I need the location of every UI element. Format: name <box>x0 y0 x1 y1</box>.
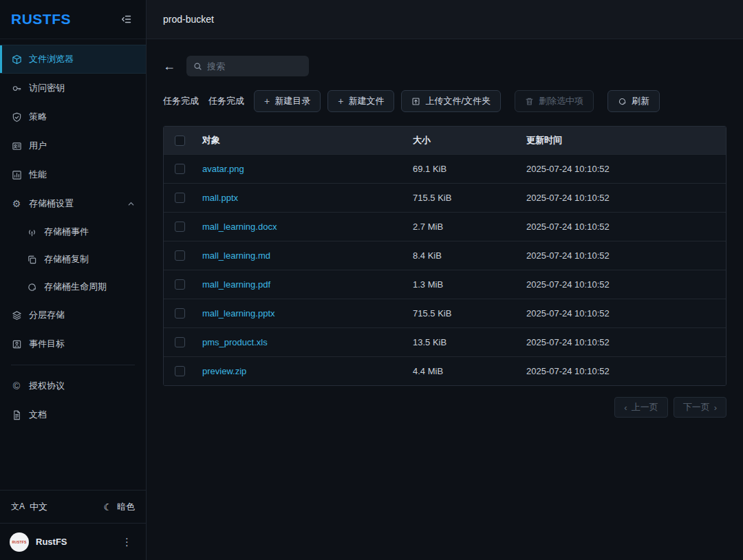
sidebar-item-label: 分层存储 <box>29 309 65 321</box>
object-size: 69.1 KiB <box>406 164 519 174</box>
avatar: RUSTFS <box>10 532 29 552</box>
sidebar-item-users[interactable]: 用户 <box>0 131 146 160</box>
row-checkbox[interactable] <box>175 222 185 232</box>
search-icon <box>193 62 202 71</box>
search-box[interactable] <box>186 56 309 76</box>
sidebar-item-docs[interactable]: 文档 <box>0 400 146 429</box>
document-icon <box>11 409 22 420</box>
object-updated: 2025-07-24 10:10:52 <box>519 164 726 174</box>
browse-row: ← <box>163 56 726 76</box>
sidebar-collapse-icon[interactable] <box>118 11 135 28</box>
sidebar-item-policies[interactable]: 策略 <box>0 103 146 131</box>
sidebar-item-label: 存储桶复制 <box>44 253 89 266</box>
sidebar: RUSTFS 文件浏览器 访问密钥 <box>0 0 147 560</box>
topbar: prod-bucket <box>147 0 743 39</box>
profile-menu-icon[interactable]: ⋮ <box>118 535 136 550</box>
row-checkbox[interactable] <box>175 337 185 347</box>
table-row: pms_product.xls 13.5 KiB 2025-07-24 10:1… <box>164 327 726 356</box>
content: ← 任务完成 任务完成 + 新建目录 + 新建文件 <box>147 39 743 434</box>
profile-row[interactable]: RUSTFS RustFS ⋮ <box>0 523 146 560</box>
main-area: prod-bucket ← 任务完成 任务完成 + 新建目录 + 新建文件 <box>147 0 743 560</box>
sidebar-item-label: 存储桶设置 <box>29 197 74 210</box>
new-file-button[interactable]: + 新建文件 <box>327 90 394 112</box>
object-size: 13.5 KiB <box>406 337 519 347</box>
object-name-link[interactable]: mall_learning.md <box>202 250 270 261</box>
shield-icon <box>11 111 22 122</box>
sidebar-header: RUSTFS <box>0 0 146 39</box>
sidebar-item-bucket-events[interactable]: 存储桶事件 <box>0 218 146 246</box>
app-logo: RUSTFS <box>11 11 71 28</box>
language-switcher[interactable]: 文A 中文 <box>11 501 47 513</box>
row-checkbox[interactable] <box>175 366 185 376</box>
prev-page-label: 上一页 <box>632 401 658 413</box>
sidebar-nav: 文件浏览器 访问密钥 策略 用户 <box>0 39 146 490</box>
next-page-button[interactable]: 下一页 › <box>674 397 726 418</box>
sidebar-item-label: 性能 <box>29 169 47 181</box>
sidebar-item-performance[interactable]: 性能 <box>0 160 146 189</box>
sidebar-item-label: 策略 <box>29 111 47 123</box>
toolbar: 任务完成 任务完成 + 新建目录 + 新建文件 上传文件/文件夹 <box>163 90 726 112</box>
object-name-link[interactable]: mall.pptx <box>202 193 238 203</box>
row-checkbox[interactable] <box>175 308 185 319</box>
sidebar-item-label: 文件浏览器 <box>29 53 74 65</box>
object-updated: 2025-07-24 10:10:52 <box>519 222 726 232</box>
search-input[interactable] <box>207 61 302 72</box>
sidebar-item-bucket-replication[interactable]: 存储桶复制 <box>0 246 146 273</box>
column-header-object: 对象 <box>195 134 406 147</box>
sidebar-item-label: 存储桶事件 <box>44 226 89 238</box>
object-updated: 2025-07-24 10:10:52 <box>519 366 726 376</box>
chevron-up-icon <box>127 200 135 208</box>
sidebar-item-bucket-lifecycle[interactable]: 存储桶生命周期 <box>0 273 146 301</box>
object-updated: 2025-07-24 10:10:52 <box>519 279 726 290</box>
copy-icon <box>26 254 37 265</box>
sidebar-item-event-targets[interactable]: 事件目标 <box>0 330 146 358</box>
column-header-size: 大小 <box>406 134 519 147</box>
table-row: mall_learning.pptx 715.5 KiB 2025-07-24 … <box>164 299 726 327</box>
translate-icon: 文A <box>11 501 25 513</box>
table-header-row: 对象 大小 更新时间 <box>164 127 726 154</box>
row-checkbox[interactable] <box>175 279 185 290</box>
theme-toggle[interactable]: ☾ 暗色 <box>103 501 135 513</box>
object-name-link[interactable]: pms_product.xls <box>202 337 268 347</box>
object-size: 4.4 MiB <box>406 366 519 376</box>
new-file-label: 新建文件 <box>348 95 384 107</box>
object-updated: 2025-07-24 10:10:52 <box>519 250 726 261</box>
upload-label: 上传文件/文件夹 <box>425 95 491 107</box>
delete-selected-label: 删除选中项 <box>539 95 583 107</box>
pagination: ‹ 上一页 下一页 › <box>163 397 726 418</box>
row-checkbox[interactable] <box>175 193 185 203</box>
sidebar-item-access-keys[interactable]: 访问密钥 <box>0 74 146 103</box>
delete-selected-button[interactable]: 删除选中项 <box>515 90 594 112</box>
select-all-checkbox[interactable] <box>175 136 185 146</box>
sidebar-item-label: 授权协议 <box>29 380 65 392</box>
refresh-label: 刷新 <box>632 95 649 107</box>
refresh-icon <box>618 97 627 106</box>
sidebar-bottom: 文A 中文 ☾ 暗色 RUSTFS RustFS ⋮ <box>0 490 146 560</box>
lifecycle-icon <box>26 281 37 292</box>
row-checkbox[interactable] <box>175 250 185 261</box>
object-updated: 2025-07-24 10:10:52 <box>519 308 726 319</box>
table-row: avatar.png 69.1 KiB 2025-07-24 10:10:52 <box>164 154 726 183</box>
object-name-link[interactable]: preview.zip <box>202 366 246 376</box>
object-name-link[interactable]: avatar.png <box>202 164 244 174</box>
sidebar-item-tiered-storage[interactable]: 分层存储 <box>0 301 146 330</box>
refresh-button[interactable]: 刷新 <box>607 90 660 112</box>
object-size: 1.3 MiB <box>406 279 519 290</box>
sidebar-item-file-browser[interactable]: 文件浏览器 <box>0 45 146 74</box>
sidebar-item-bucket-settings[interactable]: ⚙ 存储桶设置 <box>0 189 146 218</box>
row-checkbox[interactable] <box>175 164 185 174</box>
object-table: 对象 大小 更新时间 avatar.png 69.1 KiB 2025-0 <box>163 126 726 386</box>
upload-button[interactable]: 上传文件/文件夹 <box>401 90 501 112</box>
next-arrow-icon: › <box>714 402 717 413</box>
new-directory-button[interactable]: + 新建目录 <box>254 90 321 112</box>
back-button[interactable]: ← <box>163 60 175 72</box>
object-name-link[interactable]: mall_learning.pdf <box>202 279 270 290</box>
sidebar-item-license[interactable]: © 授权协议 <box>0 371 146 400</box>
sidebar-item-label: 用户 <box>29 140 47 152</box>
object-name-link[interactable]: mall_learning.pptx <box>202 308 275 319</box>
prev-page-button[interactable]: ‹ 上一页 <box>614 397 667 418</box>
prev-arrow-icon: ‹ <box>624 402 627 413</box>
object-updated: 2025-07-24 10:10:52 <box>519 337 726 347</box>
theme-label: 暗色 <box>117 501 135 513</box>
object-name-link[interactable]: mall_learning.docx <box>202 222 277 232</box>
